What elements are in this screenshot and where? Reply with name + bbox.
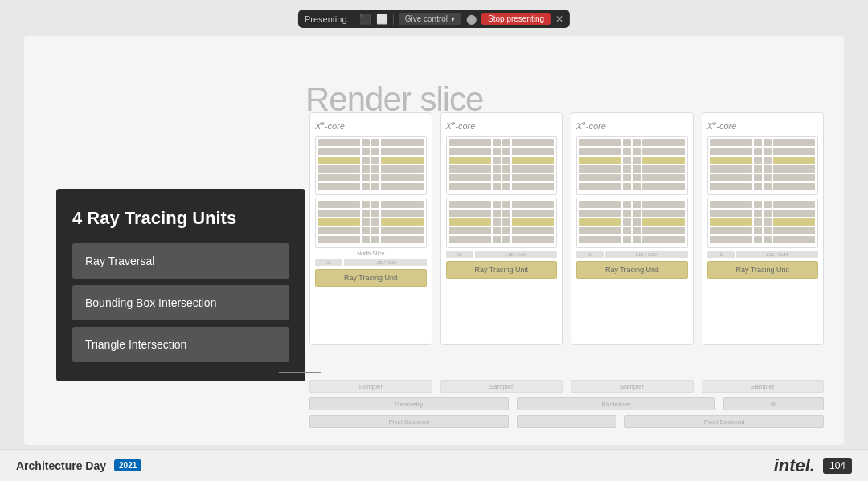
sampler-3: Sampler bbox=[571, 380, 694, 393]
ray-traversal-item[interactable]: Ray Traversal bbox=[72, 243, 289, 279]
arch-day-text: Architecture Day bbox=[16, 459, 106, 472]
pixel-backend-2: Pixel Backend bbox=[624, 415, 824, 428]
xe-card-2-group-1 bbox=[446, 136, 558, 195]
panel-title: 4 Ray Tracing Units bbox=[72, 208, 289, 229]
stop-presenting-button[interactable]: Stop presenting bbox=[481, 13, 551, 25]
xe-card-4-title: Xe-core bbox=[707, 120, 819, 131]
sampler-row: Sampler Sampler Sampler Sampler bbox=[309, 380, 824, 393]
divider bbox=[393, 14, 394, 25]
xe-cores-container: Xe-core North Slice IE L1$ / S bbox=[309, 112, 824, 345]
xe-card-1: Xe-core North Slice IE L1$ / S bbox=[309, 112, 432, 345]
pixel-backend-1: Pixel Backend bbox=[309, 415, 509, 428]
pixel-backend-row: Pixel Backend Pixel Backend bbox=[309, 415, 824, 428]
presenting-label: Presenting... bbox=[305, 14, 354, 24]
close-icon[interactable]: ✕ bbox=[555, 14, 563, 25]
slide-container: Render slice 4 Ray Tracing Units Ray Tra… bbox=[24, 36, 844, 445]
arch-day-area: Architecture Day 2021 bbox=[16, 459, 141, 472]
intel-logo: intel. bbox=[774, 455, 815, 476]
page-number: 104 bbox=[823, 458, 852, 474]
xe-card-3-title: Xe-core bbox=[576, 120, 688, 131]
xe-card-1-bottom: IE L1$ / SLM bbox=[315, 259, 427, 266]
xe-card-3-rtu: Ray Tracing Unit bbox=[576, 261, 688, 279]
xe-card-4-bottom: IE L1$ / SLM bbox=[707, 251, 819, 258]
give-control-button[interactable]: Give control ▾ bbox=[399, 13, 461, 25]
xe-card-3-group-2 bbox=[576, 198, 688, 248]
xe-card-3: Xe-core IE L1$ / SLM Ray Traci bbox=[571, 112, 694, 345]
xe-card-1-group-2 bbox=[315, 198, 427, 248]
connector-line bbox=[279, 372, 321, 373]
pixel-backend-empty bbox=[517, 415, 617, 428]
xe-card-4-group-1 bbox=[707, 136, 819, 195]
sampler-1: Sampler bbox=[309, 380, 432, 393]
xe-card-4-rtu: Ray Tracing Unit bbox=[707, 261, 819, 279]
chevron-down-icon: ▾ bbox=[451, 14, 455, 23]
xe-card-2-title: Xe-core bbox=[446, 120, 558, 131]
screen-icon: ⬜ bbox=[376, 14, 388, 25]
xe-card-2-rtu: Ray Tracing Unit bbox=[446, 261, 558, 279]
year-badge: 2021 bbox=[114, 459, 141, 471]
footer-right: intel. 104 bbox=[774, 455, 852, 476]
geometry-item: Geometry bbox=[309, 397, 509, 410]
sampler-2: Sampler bbox=[440, 380, 563, 393]
xe-card-1-rtu: Ray Tracing Unit bbox=[315, 269, 427, 287]
bottom-bar: Architecture Day 2021 intel. 104 bbox=[0, 449, 868, 481]
xe-card-2: Xe-core IE L1$ / SLM Ray Traci bbox=[440, 112, 563, 345]
xe-card-4: Xe-core IE L1$ / SLM Ray Traci bbox=[702, 112, 825, 345]
xe-card-2-group-2 bbox=[446, 198, 558, 248]
geometry-row: Geometry Rasterizer IE bbox=[309, 397, 824, 410]
xe-card-1-section-label: North Slice bbox=[315, 251, 427, 256]
ie-item: IE bbox=[723, 397, 824, 410]
xe-card-1-title: Xe-core bbox=[315, 120, 427, 131]
xe-card-2-bottom: IE L1$ / SLM bbox=[446, 251, 558, 258]
monitor-icon: ⬛ bbox=[359, 14, 371, 25]
bounding-box-item[interactable]: Bounding Box Intersection bbox=[72, 285, 289, 320]
bottom-section: Sampler Sampler Sampler Sampler Geometry… bbox=[309, 380, 824, 428]
xe-card-4-group-2 bbox=[707, 198, 819, 248]
xe-card-3-group-1 bbox=[576, 136, 688, 195]
rasterizer-item: Rasterizer bbox=[517, 397, 716, 410]
ray-tracing-panel: 4 Ray Tracing Units Ray Traversal Boundi… bbox=[56, 189, 305, 381]
record-icon: ⬤ bbox=[466, 14, 477, 25]
presentation-toolbar: Presenting... ⬛ ⬜ Give control ▾ ⬤ Stop … bbox=[298, 10, 570, 28]
xe-card-1-group-1 bbox=[315, 136, 427, 195]
triangle-intersection-item[interactable]: Triangle Intersection bbox=[72, 327, 289, 362]
xe-card-3-bottom: IE L1$ / SLM bbox=[576, 251, 688, 258]
sampler-4: Sampler bbox=[702, 380, 825, 393]
